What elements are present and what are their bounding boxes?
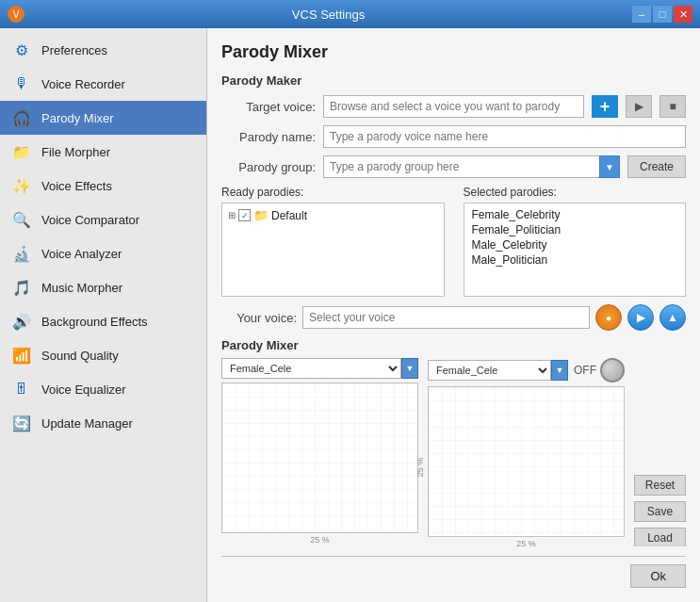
sidebar-item-voice-analyzer[interactable]: 🔬 Voice Analyzer bbox=[0, 236, 206, 270]
play-voice-button[interactable]: ▶ bbox=[627, 304, 654, 331]
app-icon: V bbox=[8, 6, 24, 23]
off-dial[interactable] bbox=[600, 358, 625, 382]
update-manager-icon: 🔄 bbox=[11, 413, 32, 433]
target-voice-input[interactable] bbox=[323, 95, 584, 118]
off-toggle: OFF bbox=[574, 358, 625, 382]
selected-item-0: Female_Celebrity bbox=[472, 207, 678, 222]
parody-group-arrow[interactable]: ▼ bbox=[599, 155, 620, 178]
parody-group-row: Parody group: ▼ Create bbox=[221, 155, 686, 178]
ready-parodies-col: Ready parodies: ⊞ ✓ 📁 Default bbox=[221, 186, 445, 297]
parody-maker-label: Parody Maker bbox=[221, 73, 686, 88]
sidebar-item-background-effects[interactable]: 🔊 Background Effects bbox=[0, 304, 206, 338]
window-controls: – □ ✕ bbox=[632, 6, 692, 23]
sidebar-item-voice-effects[interactable]: ✨ Voice Effects bbox=[0, 169, 206, 203]
mixer-dropdown-tr: Female_Cele ▼ bbox=[428, 360, 568, 381]
mixer-container: Female_Cele ▼ 25 % bbox=[221, 358, 686, 546]
mixer-select-tl[interactable]: Female_Cele bbox=[221, 358, 401, 379]
sidebar-label-parody-mixer: Parody Mixer bbox=[41, 111, 114, 125]
file-morpher-icon: 📁 bbox=[11, 141, 32, 162]
add-target-voice-button[interactable]: + bbox=[592, 95, 618, 118]
upload-voice-button[interactable]: ▲ bbox=[659, 304, 686, 331]
stop-target-voice-button[interactable]: ■ bbox=[659, 95, 686, 118]
parody-mixer-section-label: Parody Mixer bbox=[221, 338, 686, 352]
sidebar-label-music-morpher: Music Morpher bbox=[41, 281, 122, 295]
selected-item-2: Male_Celebrity bbox=[472, 237, 678, 252]
voice-analyzer-icon: 🔬 bbox=[11, 243, 32, 264]
svg-rect-1 bbox=[429, 387, 624, 536]
your-voice-row: Your voice: ● ▶ ▲ bbox=[221, 304, 686, 331]
sidebar-item-update-manager[interactable]: 🔄 Update Manager bbox=[0, 406, 206, 440]
sidebar-item-voice-recorder[interactable]: 🎙 Voice Recorder bbox=[0, 67, 206, 101]
background-effects-icon: 🔊 bbox=[11, 311, 32, 332]
page-title: Parody Mixer bbox=[221, 42, 686, 62]
minimize-button[interactable]: – bbox=[632, 6, 651, 23]
main-container: ⚙ Preferences 🎙 Voice Recorder 🎧 Parody … bbox=[0, 28, 700, 602]
mixer-chart-tr[interactable] bbox=[428, 386, 625, 537]
tree-item-label: Default bbox=[271, 209, 307, 222]
parody-group-label: Parody group: bbox=[221, 160, 316, 174]
sidebar-label-sound-quality: Sound Quality bbox=[41, 349, 119, 363]
chart-label-bottom-tr: 25 % bbox=[428, 539, 625, 546]
ok-button[interactable]: Ok bbox=[630, 564, 686, 588]
mixer-select-arrow-tr[interactable]: ▼ bbox=[551, 360, 568, 381]
tree-expand-icon[interactable]: ⊞ bbox=[228, 210, 236, 220]
sidebar: ⚙ Preferences 🎙 Voice Recorder 🎧 Parody … bbox=[0, 28, 207, 602]
mixer-chart-tl[interactable] bbox=[221, 382, 418, 533]
selected-item-1: Female_Politician bbox=[472, 222, 678, 237]
target-voice-label: Target voice: bbox=[221, 100, 316, 114]
chart-label-left-tr: 25 % bbox=[415, 458, 425, 478]
target-voice-row: Target voice: + ▶ ■ bbox=[221, 95, 686, 118]
preferences-icon: ⚙ bbox=[11, 40, 32, 60]
voice-comparator-icon: 🔍 bbox=[11, 209, 32, 230]
sidebar-item-file-morpher[interactable]: 📁 File Morpher bbox=[0, 135, 206, 169]
reset-button[interactable]: Reset bbox=[634, 475, 686, 496]
ready-parodies-list[interactable]: ⊞ ✓ 📁 Default bbox=[221, 203, 445, 297]
save-button[interactable]: Save bbox=[634, 501, 686, 522]
sidebar-item-preferences[interactable]: ⚙ Preferences bbox=[0, 33, 206, 67]
mixer-right: Female_Cele ▼ OFF 25 % bbox=[428, 358, 625, 546]
sidebar-item-music-morpher[interactable]: 🎵 Music Morpher bbox=[0, 270, 206, 304]
close-button[interactable]: ✕ bbox=[674, 6, 692, 23]
mixer-panel-tl: Female_Cele ▼ 25 % bbox=[221, 358, 418, 545]
mixer-side-buttons: Reset Save Load bbox=[634, 358, 686, 546]
sidebar-label-voice-comparator: Voice Comparator bbox=[41, 213, 139, 227]
mixer-chart-tr-wrap: 25 % 25 % bbox=[428, 386, 625, 546]
mixer-select-tr[interactable]: Female_Cele bbox=[428, 360, 551, 381]
selected-parodies-list[interactable]: Female_Celebrity Female_Politician Male_… bbox=[464, 203, 687, 297]
selected-item-3: Male_Politician bbox=[472, 252, 678, 268]
sidebar-label-voice-effects: Voice Effects bbox=[41, 179, 112, 193]
parody-mixer-section: Parody Mixer Female_Cele ▼ bbox=[221, 338, 686, 546]
content-scroll: Parody Mixer Parody Maker Target voice: … bbox=[221, 42, 686, 546]
sidebar-item-parody-mixer[interactable]: 🎧 Parody Mixer bbox=[0, 101, 206, 135]
maximize-button[interactable]: □ bbox=[653, 6, 672, 23]
parody-name-row: Parody name: bbox=[221, 125, 686, 148]
chart-label-bottom-tl: 25 % bbox=[221, 535, 418, 545]
mixer-select-arrow-tl[interactable]: ▼ bbox=[401, 358, 418, 379]
mixer-dropdown-tl: Female_Cele ▼ bbox=[221, 358, 418, 379]
your-voice-input[interactable] bbox=[302, 306, 590, 329]
parody-name-label: Parody name: bbox=[221, 130, 316, 144]
sound-quality-icon: 📶 bbox=[11, 345, 32, 366]
mixer-tr-header: Female_Cele ▼ OFF bbox=[428, 358, 625, 382]
sidebar-label-file-morpher: File Morpher bbox=[41, 145, 110, 159]
record-button[interactable]: ● bbox=[595, 304, 622, 331]
sidebar-label-voice-recorder: Voice Recorder bbox=[41, 77, 125, 91]
parody-name-input[interactable] bbox=[323, 125, 686, 148]
load-button[interactable]: Load bbox=[634, 528, 686, 546]
your-voice-label: Your voice: bbox=[221, 311, 297, 325]
chart-grid-tl bbox=[222, 383, 417, 532]
play-target-voice-button[interactable]: ▶ bbox=[626, 95, 652, 118]
tree-checkbox[interactable]: ✓ bbox=[238, 209, 251, 221]
sidebar-item-sound-quality[interactable]: 📶 Sound Quality bbox=[0, 338, 206, 372]
sidebar-label-background-effects: Background Effects bbox=[41, 315, 148, 329]
tree-item-default: ⊞ ✓ 📁 Default bbox=[226, 207, 440, 223]
window-title: VCS Settings bbox=[24, 8, 632, 22]
mixer-chart-tl-wrap: 25 % 25 % bbox=[221, 382, 418, 545]
selected-parodies-label: Selected parodies: bbox=[464, 186, 687, 199]
create-button[interactable]: Create bbox=[627, 155, 686, 178]
sidebar-item-voice-equalizer[interactable]: 🎚 Voice Equalizer bbox=[0, 372, 206, 406]
sidebar-item-voice-comparator[interactable]: 🔍 Voice Comparator bbox=[0, 203, 206, 236]
sidebar-label-update-manager: Update Manager bbox=[41, 416, 133, 431]
parody-group-input[interactable] bbox=[323, 155, 599, 178]
parody-group-dropdown: ▼ bbox=[323, 155, 620, 178]
